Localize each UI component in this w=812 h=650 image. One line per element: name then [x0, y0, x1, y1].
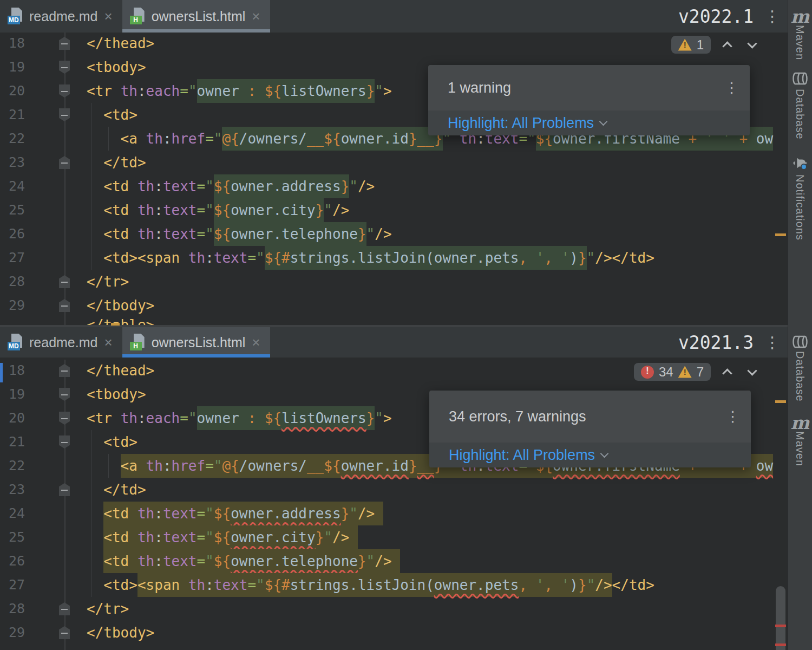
- code-token: ": [256, 246, 265, 270]
- injected-expression: owner.address: [231, 174, 341, 198]
- tool-window-stripe: mMavenDatabaseNotifications: [788, 0, 812, 325]
- error-stripe-mark[interactable]: [775, 625, 786, 627]
- html-file-icon: H: [130, 8, 146, 25]
- injected-expression: owner.id: [341, 127, 409, 151]
- fold-marker-icon[interactable]: [59, 275, 70, 288]
- warning-icon: [678, 366, 692, 378]
- fold-marker-icon[interactable]: [59, 388, 70, 401]
- fold-marker-icon[interactable]: [59, 602, 70, 615]
- line-number: 22: [0, 454, 25, 478]
- code-token: :: [154, 174, 163, 198]
- injected-expression: }: [358, 222, 366, 246]
- code-editor: 18</thead>19<tbody>20<tr th:each="owner …: [0, 32, 788, 325]
- warning-highlighted-code: [392, 549, 401, 573]
- warning-highlighted-code: :: [163, 454, 172, 478]
- tab-label: ownersList.html: [152, 9, 246, 24]
- popup-kebab-menu-icon[interactable]: ⋮: [725, 410, 740, 424]
- notifications-icon: [792, 155, 808, 173]
- error-count: 34: [659, 365, 673, 380]
- tool-window-button-maven[interactable]: m: [788, 414, 812, 432]
- previous-problem-button[interactable]: [719, 364, 736, 380]
- warning-highlighted-code: owner.id: [341, 454, 409, 478]
- tab-close-icon[interactable]: ×: [251, 335, 261, 349]
- code-token: th: [188, 246, 205, 270]
- code-line[interactable]: 27<td><span th:text="${#strings.listJoin…: [0, 246, 788, 270]
- code-token: =: [197, 198, 206, 222]
- inspections-badge[interactable]: 1: [671, 36, 711, 54]
- tab-ownersList-html[interactable]: HownersList.html×: [122, 0, 270, 32]
- warning-stripe-mark[interactable]: [775, 400, 786, 403]
- code-token: <td: [103, 198, 137, 222]
- tool-window-button-maven[interactable]: m: [788, 8, 812, 25]
- fold-marker-icon[interactable]: [59, 156, 70, 169]
- previous-problem-button[interactable]: [719, 37, 736, 53]
- warning-stripe-mark[interactable]: [775, 233, 786, 236]
- warning-highlighted-code: ": [324, 525, 332, 549]
- code-token: ": [205, 198, 214, 222]
- highlight-mode-row[interactable]: Highlight: All Problems: [428, 110, 750, 135]
- fold-marker-icon[interactable]: [59, 108, 70, 121]
- tool-window-button-database[interactable]: [788, 70, 812, 89]
- next-problem-button[interactable]: [744, 37, 761, 53]
- code-line[interactable]: 18</thead>: [0, 32, 788, 55]
- code-token: />: [332, 198, 349, 222]
- fold-marker-icon[interactable]: [59, 435, 70, 448]
- tab-close-icon[interactable]: ×: [251, 9, 261, 23]
- error-stripe-mark[interactable]: [775, 644, 786, 646]
- code-line[interactable]: 24<td th:text="${owner.address}"/>: [0, 174, 788, 198]
- warning-count: 1: [697, 37, 704, 53]
- warning-highlighted-code: ${: [214, 549, 231, 573]
- warning-highlighted-code: />: [375, 549, 391, 573]
- fold-marker-icon[interactable]: [59, 364, 70, 377]
- line-number: 20: [0, 406, 25, 430]
- tabbar-kebab-menu-icon[interactable]: ⋮: [764, 9, 780, 24]
- tool-window-button-database[interactable]: [788, 334, 812, 352]
- fold-marker-icon[interactable]: [59, 299, 70, 312]
- code-line[interactable]: 25<td th:text="${owner.city}"/>: [0, 198, 788, 222]
- code-token: </thead>: [87, 32, 154, 55]
- code-token: ": [188, 406, 197, 430]
- fold-marker-icon[interactable]: [59, 61, 70, 74]
- fold-marker-icon[interactable]: [59, 483, 70, 496]
- inspections-badge[interactable]: 347: [634, 363, 711, 381]
- code-line[interactable]: 25<td th:text="${owner.city}"/>: [0, 525, 788, 549]
- code-text: <tbody>: [87, 55, 146, 79]
- fold-marker-icon[interactable]: [59, 84, 70, 98]
- code-line[interactable]: 28</tr>: [0, 597, 788, 621]
- tab-readme-md[interactable]: MDreadme.md×: [0, 327, 122, 358]
- tab-close-icon[interactable]: ×: [103, 335, 113, 349]
- code-token: th: [137, 198, 154, 222]
- tab-close-icon[interactable]: ×: [103, 9, 113, 23]
- file-type-badge: H: [130, 16, 142, 24]
- tool-window-button-notifications[interactable]: [788, 155, 812, 173]
- code-line[interactable]: 26<td th:text="${owner.telephone}"/>: [0, 222, 788, 246]
- next-problem-button[interactable]: [744, 364, 761, 380]
- code-line[interactable]: 27<td><span th:text="${#strings.listJoin…: [0, 573, 788, 597]
- code-token: :: [154, 222, 163, 246]
- tab-label: readme.md: [29, 335, 97, 350]
- code-line[interactable]: 24<td th:text="${owner.address}"/>: [0, 502, 788, 525]
- code-line[interactable]: 29</tbody>: [0, 621, 788, 645]
- injected-expression: ${: [214, 174, 231, 198]
- warning-highlighted-code: <td: [103, 502, 137, 525]
- code-text: </thead>: [87, 360, 154, 382]
- fold-marker-icon[interactable]: [59, 37, 70, 50]
- warning-highlighted-code: ,: [544, 573, 553, 597]
- code-line[interactable]: 28</tr>: [0, 270, 788, 294]
- injected-expression: strings.listJoin(owner.pets: [290, 246, 519, 270]
- tab-ownersList-html[interactable]: HownersList.html×: [122, 327, 270, 358]
- tab-readme-md[interactable]: MDreadme.md×: [0, 0, 122, 32]
- vertical-scrollbar-thumb[interactable]: [776, 586, 785, 650]
- fold-marker-icon[interactable]: [59, 412, 70, 425]
- line-number: 19: [0, 55, 25, 79]
- fold-marker-icon[interactable]: [59, 626, 70, 639]
- code-line[interactable]: 23</td>: [0, 478, 788, 502]
- chevron-up-icon: [722, 368, 732, 378]
- highlight-mode-row[interactable]: Highlight: All Problems: [429, 443, 751, 467]
- tabbar-kebab-menu-icon[interactable]: ⋮: [764, 335, 780, 350]
- code-line[interactable]: 23</td>: [0, 151, 788, 174]
- code-line[interactable]: 26<td th:text="${owner.telephone}"/>: [0, 549, 788, 573]
- code-text: </td>: [103, 151, 146, 174]
- popup-kebab-menu-icon[interactable]: ⋮: [724, 81, 739, 95]
- warning-count: 7: [697, 365, 704, 380]
